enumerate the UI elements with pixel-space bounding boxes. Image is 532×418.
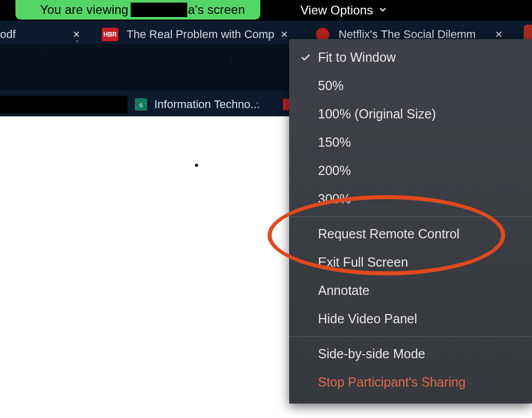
menu-label: Exit Full Screen xyxy=(318,255,521,270)
close-icon[interactable]: ✕ xyxy=(280,29,288,40)
menu-label: Side-by-side Mode xyxy=(318,346,521,361)
menu-item-zoom-150[interactable]: 150% xyxy=(289,128,532,156)
menu-item-hide-video-panel[interactable]: Hide Video Panel xyxy=(289,305,532,333)
tab-label: Information Techno... xyxy=(154,98,260,111)
view-options-button[interactable]: View Options xyxy=(289,0,397,21)
tab-label: odf xyxy=(0,28,16,41)
hbr-icon: HBR xyxy=(102,28,118,41)
menu-item-annotate[interactable]: Annotate xyxy=(289,276,532,305)
menu-label: 200% xyxy=(318,163,521,178)
menu-item-zoom-50[interactable]: 50% xyxy=(289,72,532,100)
redacted-name xyxy=(131,3,187,17)
close-icon[interactable]: ✕ xyxy=(73,29,80,40)
menu-label: Request Remote Control xyxy=(318,227,521,241)
menu-label: Hide Video Panel xyxy=(318,311,521,326)
menu-divider xyxy=(289,216,532,217)
browser-tab-it[interactable]: s Information Techno... xyxy=(135,98,260,111)
viewing-suffix: a's screen xyxy=(188,3,245,17)
menu-label: 300% xyxy=(318,191,521,206)
viewing-prefix: You are viewing xyxy=(40,3,129,17)
bullet-dot xyxy=(195,164,198,167)
menu-divider xyxy=(289,336,532,337)
menu-label: Annotate xyxy=(318,283,521,298)
sharepoint-icon: s xyxy=(135,98,147,111)
browser-tab-pdf[interactable]: odf ✕ xyxy=(0,28,80,41)
menu-item-zoom-100[interactable]: 100% (Original Size) xyxy=(289,100,532,128)
menu-item-exit-full-screen[interactable]: Exit Full Screen xyxy=(289,248,532,276)
menu-item-side-by-side[interactable]: Side-by-side Mode xyxy=(289,340,532,368)
menu-item-stop-sharing[interactable]: Stop Participant's Sharing xyxy=(289,368,532,396)
tab-label: The Real Problem with Comp xyxy=(127,28,274,41)
view-options-label: View Options xyxy=(300,3,373,18)
view-options-menu: Fit to Window 50% 100% (Original Size) 1… xyxy=(289,39,532,404)
menu-item-zoom-300[interactable]: 300% xyxy=(289,185,532,213)
viewing-banner: You are viewing a's screen xyxy=(15,0,260,20)
menu-label: 100% (Original Size) xyxy=(318,107,521,121)
chevron-down-icon xyxy=(378,3,387,18)
top-bar: You are viewing a's screen View Options xyxy=(0,0,532,21)
menu-label: 50% xyxy=(318,78,521,93)
checkmark-icon xyxy=(300,53,318,63)
menu-item-request-remote-control[interactable]: Request Remote Control xyxy=(289,220,532,248)
menu-label: 150% xyxy=(318,135,521,150)
menu-item-fit-to-window[interactable]: Fit to Window xyxy=(289,43,532,72)
browser-tab-hbr[interactable]: HBR The Real Problem with Comp ✕ xyxy=(102,28,288,41)
redacted-tab xyxy=(0,96,128,113)
menu-item-zoom-200[interactable]: 200% xyxy=(289,156,532,185)
menu-label: Stop Participant's Sharing xyxy=(318,375,521,390)
close-icon[interactable]: ✕ xyxy=(495,29,503,40)
menu-label: Fit to Window xyxy=(318,50,521,65)
